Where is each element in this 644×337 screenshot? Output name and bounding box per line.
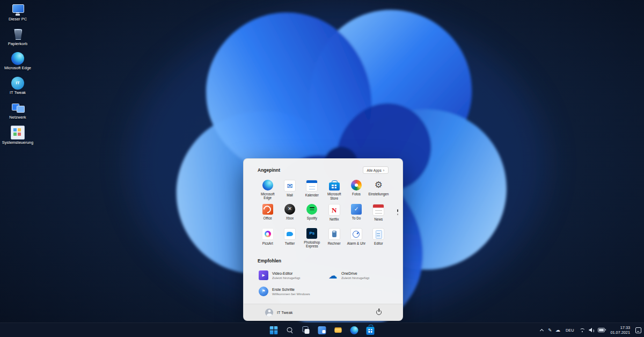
pinned-app[interactable]: PicsArt <box>257 226 279 250</box>
pinned-app[interactable]: Spotify <box>301 202 323 225</box>
language-indicator[interactable]: DEU <box>564 327 575 334</box>
wifi-button[interactable] <box>579 328 585 333</box>
recommended-item[interactable]: Erste Schritte Willkommen bei Windows <box>257 285 320 298</box>
search-icon <box>286 326 294 334</box>
hidden-icons-chevron[interactable] <box>540 328 544 332</box>
pinned-app-label: Twitter <box>285 241 295 245</box>
clock-button[interactable]: 17:33 01.07.2021 <box>609 325 632 335</box>
news-icon <box>372 204 384 216</box>
recommended-item-subtitle: Zuletzt hinzugefügt <box>341 276 369 280</box>
pinned-app[interactable]: Kalender <box>301 178 323 201</box>
desktop-icon[interactable]: IT Tweak <box>2 77 34 96</box>
taskbar-button[interactable] <box>317 325 328 336</box>
pinned-app[interactable]: Editor <box>368 226 390 250</box>
pinned-app-label: Office <box>263 216 272 220</box>
pinned-app-label: Spotify <box>307 216 317 220</box>
pinned-app[interactable]: Netflix <box>323 202 345 225</box>
pinned-app[interactable]: Alarm & Uhr <box>345 226 367 250</box>
taskbar-button[interactable] <box>365 325 376 336</box>
pinned-app[interactable]: Mail <box>279 178 301 201</box>
start-icon <box>270 326 278 334</box>
battery-button[interactable] <box>598 328 605 332</box>
taskbar-button[interactable] <box>268 325 280 336</box>
control-panel-icon <box>11 126 25 140</box>
desktop-icon-list: Dieser PC Papierkorb Microsoft Edge IT T… <box>1 3 34 145</box>
desktop-icon-label: Microsoft Edge <box>4 66 31 71</box>
pinned-app-label: Xbox <box>286 216 294 220</box>
taskbar-button[interactable] <box>333 325 344 336</box>
pinned-app-label: Alarm & Uhr <box>347 241 365 245</box>
pinned-app-label: Photoshop Express <box>301 240 323 248</box>
recommended-item-subtitle: Zuletzt hinzugefügt <box>272 276 300 280</box>
taskbar-button[interactable] <box>349 325 360 336</box>
action-center-button[interactable] <box>635 327 641 333</box>
desktop-icon[interactable]: Systemsteuerung <box>2 126 34 145</box>
photoshop-icon <box>306 228 317 239</box>
taskbar-button[interactable] <box>301 325 312 336</box>
edge-icon <box>262 180 273 191</box>
it-tweak-icon <box>11 77 24 90</box>
task-view-icon <box>302 326 310 334</box>
pinned-app[interactable]: Microsoft Edge <box>257 178 279 201</box>
desktop-icon[interactable]: Papierkorb <box>2 28 34 47</box>
edge-icon <box>350 326 358 334</box>
desktop-icon[interactable]: Dieser PC <box>2 3 34 22</box>
todo-icon <box>351 204 362 215</box>
recommended-item-title: Erste Schritte <box>272 288 310 291</box>
pinned-app[interactable]: Rechner <box>323 226 345 250</box>
office-icon <box>262 204 273 215</box>
all-apps-button[interactable]: Alle Apps › <box>363 166 389 174</box>
pinned-scroll-dots[interactable] <box>397 209 399 215</box>
xbox-icon <box>284 204 295 215</box>
recommended-item[interactable]: Video-Editor Zuletzt hinzugefügt <box>257 269 320 282</box>
pinned-app[interactable]: Microsoft Store <box>323 178 345 201</box>
power-button[interactable] <box>374 307 384 318</box>
power-icon <box>376 310 382 315</box>
picsart-icon <box>262 228 274 240</box>
pinned-app-label: To Do <box>352 216 361 220</box>
mail-icon <box>284 180 296 192</box>
tray-time: 17:33 <box>620 325 630 330</box>
recycle-bin-icon <box>11 28 24 41</box>
pinned-app[interactable]: Einstellungen <box>368 178 390 201</box>
start-menu-footer: IT Tweak <box>244 304 402 320</box>
alarm-icon <box>350 228 362 240</box>
recommended-item[interactable]: OneDrive Zuletzt hinzugefügt <box>326 269 390 282</box>
battery-icon <box>598 328 605 332</box>
pinned-app[interactable]: Xbox <box>279 202 301 225</box>
onedrive-cloud-icon[interactable]: ☁ <box>555 328 560 333</box>
page-dot <box>397 209 399 212</box>
pinned-app[interactable]: Fotos <box>345 178 367 201</box>
recommended-list: Video-Editor Zuletzt hinzugefügt OneDriv… <box>257 269 390 298</box>
pinned-app[interactable]: To Do <box>345 202 367 225</box>
desktop-icon[interactable]: Netzwerk <box>2 101 34 120</box>
page-dot <box>397 214 399 215</box>
widgets-icon <box>318 326 326 334</box>
taskbar: ✎ ☁ DEU 17:33 01.07.2021 <box>0 323 644 337</box>
user-profile-button[interactable]: IT Tweak <box>262 307 296 318</box>
file-explorer-icon <box>334 326 342 334</box>
store-icon <box>329 182 340 191</box>
volume-button[interactable] <box>589 328 594 333</box>
tray-date: 01.07.2021 <box>610 330 630 335</box>
pinned-app[interactable]: Office <box>257 202 279 225</box>
system-tray: ✎ ☁ DEU 17:33 01.07.2021 <box>540 323 641 337</box>
pinned-app-label: Rechner <box>328 241 341 245</box>
pinned-app-label: Microsoft Edge <box>257 192 279 200</box>
edge-icon <box>11 52 24 65</box>
pinned-app-label: Kalender <box>305 193 319 197</box>
spotify-icon <box>306 204 317 215</box>
volume-icon <box>589 328 594 333</box>
desktop-icon-label: Systemsteuerung <box>2 141 33 145</box>
pinned-app[interactable]: Photoshop Express <box>301 226 323 250</box>
calendar-icon <box>306 180 318 192</box>
taskbar-button[interactable] <box>284 325 296 336</box>
desktop-icon-label: Dieser PC <box>9 17 27 22</box>
user-avatar <box>265 309 273 317</box>
onedrive-icon <box>328 270 338 280</box>
pen-icon[interactable]: ✎ <box>548 328 552 333</box>
pinned-app[interactable]: News <box>368 202 390 225</box>
pinned-app[interactable]: Twitter <box>279 226 301 250</box>
pinned-app-label: Editor <box>374 241 383 245</box>
desktop-icon[interactable]: Microsoft Edge <box>2 52 34 71</box>
